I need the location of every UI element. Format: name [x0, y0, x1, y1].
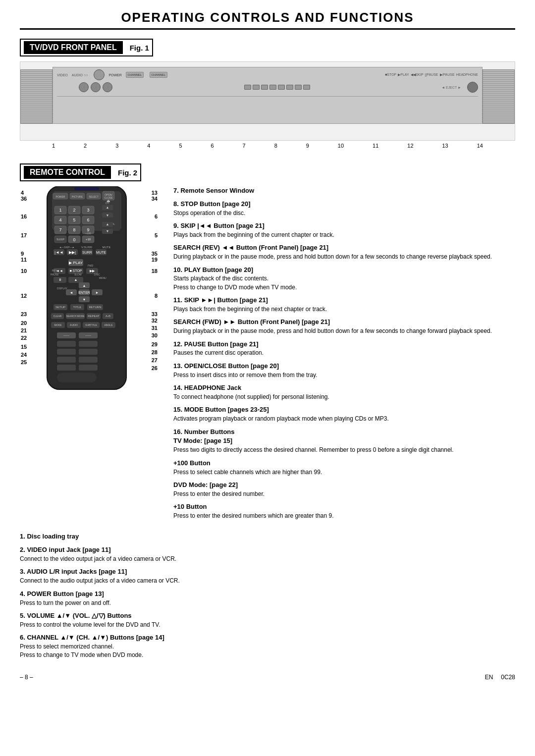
desc-title-1: 1. Disc loading tray: [20, 532, 515, 541]
device-controls: VIDEO AUDIO ○○ POWER CHANNEL CHANNEL ■ST…: [53, 67, 482, 124]
desc-title-16b: +100 Button: [173, 459, 515, 468]
num-label-2: 2: [84, 143, 87, 149]
desc-text-16b: Press to select cable channels which are…: [173, 468, 515, 477]
svg-text:SEARCH MODE: SEARCH MODE: [66, 315, 85, 318]
svg-text:0: 0: [73, 237, 75, 242]
page-title: OPERATING CONTROLS AND FUNCTIONS: [20, 10, 515, 30]
desc-item-16: 16. Number Buttons TV Mode: [page 15] Pr…: [173, 428, 515, 455]
desc-item-6: 6. CHANNEL ▲/▼ (CH. ▲/▼) Buttons [page 1…: [20, 633, 515, 660]
num-label-14: 14: [477, 143, 483, 149]
svg-text:POWER: POWER: [56, 195, 65, 198]
controls-top-row: VIDEO AUDIO ○○ POWER CHANNEL CHANNEL ■ST…: [57, 69, 478, 80]
desc-text-15: Activates program playback or random pla…: [173, 415, 515, 423]
front-panel-image: VIDEO AUDIO ○○ POWER CHANNEL CHANNEL ■ST…: [20, 61, 515, 141]
remote-descriptions: 7. Remote Sensor Window 8. STOP Button […: [173, 186, 515, 524]
svg-text:MODE: MODE: [54, 324, 62, 326]
desc-item-5: 5. VOLUME ▲/▼ (VOL. △/▽) Buttons Press t…: [20, 611, 515, 629]
remote-image-area: 436 16 17 911 10 12 23 20 21 22 15 24 25: [20, 186, 159, 394]
speaker-right: [482, 69, 515, 124]
desc-item-15: 15. MODE Button [pages 23-25] Activates …: [173, 405, 515, 423]
svg-text:5: 5: [73, 217, 75, 222]
desc-text-8: Stops operation of the disc.: [173, 209, 515, 217]
svg-text:▶▶: ▶▶: [90, 269, 95, 272]
desc-subtitle-16: TV Mode: [page 15]: [173, 436, 515, 446]
remote-control-header: REMOTE CONTROL Fig. 2: [20, 163, 141, 181]
num-label-9: 9: [306, 143, 309, 149]
desc-text-11: Plays back from the beginning of the nex…: [173, 305, 515, 314]
desc-item-8: 8. STOP Button [page 20] Stops operation…: [173, 200, 515, 217]
svg-text:6: 6: [87, 217, 89, 222]
desc-title-16d: +10 Button: [173, 502, 515, 512]
svg-text:▲: ▲: [106, 206, 109, 209]
desc-text-9b: During playback or in the pause mode, pr…: [173, 253, 515, 261]
speaker-left: [20, 69, 53, 124]
remote-control-label: REMOTE CONTROL: [24, 166, 111, 179]
desc-text-10a: Starts playback of the disc contents.: [173, 274, 515, 283]
svg-text:+100: +100: [85, 232, 91, 235]
svg-text:——: ——: [63, 334, 69, 337]
desc-title-11b: SEARCH (FWD) ►► Button (Front Panel) [pa…: [173, 318, 515, 327]
desc-item-10: 10. PLAY Button [page 20] Starts playbac…: [173, 266, 515, 292]
footer: – 8 – EN 0C28: [20, 674, 515, 681]
desc-text-16c: Press to enter the desired number.: [173, 490, 515, 498]
desc-title-9b: SEARCH (REV) ◄◄ Button (Front Panel) [pa…: [173, 243, 515, 253]
svg-text:▲: ▲: [106, 222, 109, 226]
svg-text:V.SURR: V.SURR: [81, 246, 93, 249]
num-label-8: 8: [274, 143, 277, 149]
svg-text:|◄◄: |◄◄: [54, 250, 63, 255]
desc-text-13: Press to insert discs into or remove the…: [173, 371, 515, 379]
desc-title-2: 2. VIDEO input Jack [page 11]: [20, 545, 515, 555]
bottom-descriptions: 1. Disc loading tray 2. VIDEO input Jack…: [20, 532, 515, 663]
desc-item-11: 11. SKIP ►►| Button [page 21] Plays back…: [173, 296, 515, 314]
front-panel-label: TV/DVD FRONT PANEL: [24, 41, 123, 54]
svg-text:CLEAR: CLEAR: [54, 315, 62, 318]
desc-item-13: 13. OPEN/CLOSE Button [page 20] Press to…: [173, 362, 515, 379]
svg-text:⏸: ⏸: [58, 278, 62, 281]
front-panel-header: TV/DVD FRONT PANEL Fig. 1: [20, 39, 153, 56]
svg-text:▼: ▼: [106, 214, 109, 217]
svg-text:SELECT: SELECT: [89, 195, 98, 198]
desc-item-11b: SEARCH (FWD) ►► Button (Front Panel) [pa…: [173, 318, 515, 335]
svg-text:◄—SKIP—►: ◄—SKIP—►: [59, 246, 74, 249]
num-label-6: 6: [211, 143, 214, 149]
svg-rect-119: [57, 365, 76, 371]
desc-title-6: 6. CHANNEL ▲/▼ (CH. ▲/▼) Buttons [page 1…: [20, 633, 515, 643]
svg-rect-120: [79, 365, 98, 371]
svg-text:CH.: CH.: [106, 202, 110, 205]
desc-text-10b: Press to change to DVD mode when TV mode…: [173, 283, 515, 292]
desc-text-16d: Press to enter the desired numbers which…: [173, 512, 515, 520]
footer-lang: EN: [485, 674, 493, 681]
desc-item-9b: SEARCH (REV) ◄◄ Button (Front Panel) [pa…: [173, 243, 515, 261]
controls-bottom-row: [57, 94, 478, 97]
svg-text:SETUP: SETUP: [55, 306, 65, 309]
desc-title-9: 9. SKIP |◄◄ Button [page 21]: [173, 221, 515, 231]
svg-rect-122: [74, 187, 99, 190]
svg-text:A-B: A-B: [106, 315, 110, 318]
desc-text-6a: Press to select memorized channel.: [20, 643, 515, 651]
desc-text-11b: During playback or in the pause mode, pr…: [173, 327, 515, 335]
svg-text:SLOW: SLOW: [74, 273, 82, 276]
svg-rect-114: [79, 341, 98, 347]
svg-text:MUTE: MUTE: [96, 251, 106, 254]
desc-text-9: Plays back from the beginning of the cur…: [173, 231, 515, 239]
desc-text-16: Press two digits to directly access the …: [173, 446, 515, 454]
num-label-1: 1: [52, 143, 55, 149]
desc-item-16d: +10 Button Press to enter the desired nu…: [173, 502, 515, 520]
desc-item-7: 7. Remote Sensor Window: [173, 186, 515, 196]
svg-text:▼: ▼: [106, 229, 109, 233]
svg-text:4: 4: [59, 217, 61, 222]
desc-item-2: 2. VIDEO input Jack [page 11] Connect to…: [20, 545, 515, 563]
footer-page: – 8 –: [20, 674, 33, 681]
svg-text:DISC: DISC: [94, 273, 100, 276]
remote-control-fig: Fig. 2: [118, 168, 137, 177]
desc-title-12: 12. PAUSE Button [page 21]: [173, 340, 515, 349]
svg-rect-118: [79, 357, 98, 363]
svg-text:▲: ▲: [74, 278, 78, 281]
front-panel-section: TV/DVD FRONT PANEL Fig. 1 VIDEO AUDIO ○○…: [20, 39, 515, 149]
svg-text:8: 8: [73, 227, 75, 232]
desc-item-12: 12. PAUSE Button [page 21] Pauses the cu…: [173, 340, 515, 358]
num-label-3: 3: [115, 143, 118, 149]
svg-text:REPEAT: REPEAT: [88, 315, 100, 318]
num-label-12: 12: [407, 143, 413, 149]
svg-text:2: 2: [73, 208, 75, 213]
